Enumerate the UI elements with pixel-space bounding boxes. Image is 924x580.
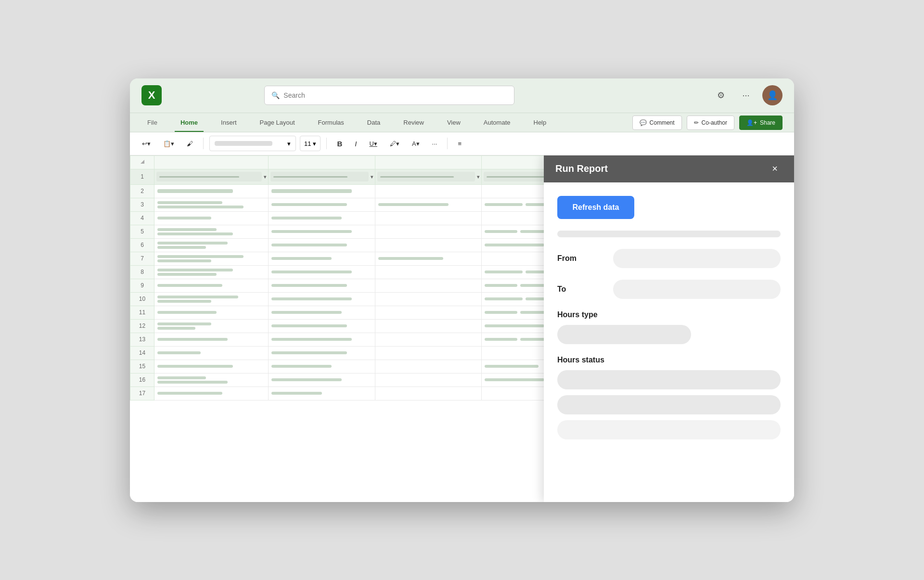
ribbon-tabs: File Home Insert Page Layout Formulas Da… [130,113,794,132]
from-label: From [557,254,605,263]
clipboard-button[interactable]: 📋▾ [159,136,179,151]
filter-arrow-c[interactable]: ▾ [477,174,479,180]
settings-button[interactable]: ⚙ [712,87,730,104]
toolbar: ↩▾ 📋▾ 🖌 ▾ 11 ▾ B I U▾ 🖊▾ A▾ ··· ≡ [130,132,794,155]
comment-icon: 💬 [640,119,647,126]
filter-pill-b [270,172,369,181]
tab-review[interactable]: Review [398,115,430,132]
font-name-selector[interactable]: ▾ [209,136,296,151]
font-color-button[interactable]: A▾ [408,136,424,151]
panel-close-button[interactable]: × [767,161,783,177]
panel-body: Refresh data From To Hours type [544,182,794,502]
separator-1 [203,138,204,149]
cell-3a[interactable] [154,198,269,211]
row-num-2: 2 [130,184,154,198]
cell-5b[interactable] [269,225,375,238]
row-num-4: 4 [130,211,154,225]
tab-help[interactable]: Help [528,115,552,132]
cell-3b[interactable] [269,198,375,211]
filter-pill-c [377,172,475,181]
filter-a[interactable]: ▾ [154,169,269,184]
filter-b[interactable]: ▾ [269,169,375,184]
refresh-data-button[interactable]: Refresh data [557,196,634,219]
separator-2 [326,138,327,149]
app-window: X 🔍 ⚙ ··· 👤 File Home Insert Page Layout… [130,78,794,502]
cell-5a[interactable] [154,225,269,238]
cell-2c[interactable] [375,184,482,198]
filter-arrow-b[interactable]: ▾ [371,174,373,180]
cell-4b[interactable] [269,211,375,225]
highlight-button[interactable]: 🖊▾ [385,136,404,151]
edit-icon: ✏ [694,119,699,126]
cell-3c[interactable] [375,198,482,211]
tab-insert[interactable]: Insert [215,115,243,132]
spreadsheet-container: 1 ▾ [130,155,794,502]
share-icon: 👤+ [746,119,757,126]
hours-status-option-2[interactable] [557,395,781,414]
more-icon: ··· [742,90,749,101]
co-author-button[interactable]: ✏ Co-author [687,116,734,130]
cell-2a[interactable] [154,184,269,198]
cell-4c[interactable] [375,211,482,225]
tab-view[interactable]: View [441,115,466,132]
italic-button[interactable]: I [350,136,361,151]
search-input[interactable] [283,91,507,99]
hours-status-section: Hours status [557,356,781,439]
tab-data[interactable]: Data [361,115,386,132]
hours-status-option-1[interactable] [557,370,781,389]
tab-page-layout[interactable]: Page Layout [254,115,301,132]
avatar[interactable]: 👤 [762,85,783,105]
separator-3 [447,138,448,149]
ribbon-actions: 💬 Comment ✏ Co-author 👤+ Share [632,116,783,132]
from-field[interactable] [613,249,781,268]
from-row: From [557,249,781,268]
col-header-b[interactable] [269,155,375,169]
list-button[interactable]: ≡ [453,136,466,151]
run-report-panel: Run Report × Refresh data From To [544,155,794,502]
hours-type-section: Hours type [557,310,781,344]
filter-arrow-a[interactable]: ▾ [264,174,266,180]
hours-type-field[interactable] [557,325,691,344]
underline-button[interactable]: U▾ [365,136,381,151]
comment-button[interactable]: 💬 Comment [632,116,682,130]
col-header-c[interactable] [375,155,482,169]
panel-title: Run Report [555,163,608,174]
bold-button[interactable]: B [333,136,346,151]
tab-automate[interactable]: Automate [478,115,516,132]
filter-pill-a [156,172,262,181]
skeleton-top-bar [557,231,781,237]
undo-button[interactable]: ↩▾ [138,136,155,151]
tab-formulas[interactable]: Formulas [312,115,350,132]
to-row: To [557,280,781,299]
more-options-button[interactable]: ··· [737,87,755,104]
cell-2b[interactable] [269,184,375,198]
col-header-a[interactable] [154,155,269,169]
top-bar-right: ⚙ ··· 👤 [712,85,783,105]
row-num-5: 5 [130,225,154,238]
excel-logo: X [141,85,162,105]
filter-corner: 1 [130,169,154,184]
row-num-3: 3 [130,198,154,211]
filter-c[interactable]: ▾ [375,169,482,184]
hours-type-label: Hours type [557,310,781,319]
format-painter-button[interactable]: 🖌 [182,136,197,151]
search-bar[interactable]: 🔍 [264,86,514,105]
corner-cell [130,155,154,169]
settings-icon: ⚙ [717,90,725,101]
search-icon: 🔍 [271,91,280,99]
svg-marker-0 [141,160,144,164]
more-toolbar-button[interactable]: ··· [428,136,442,151]
font-size-selector[interactable]: 11 ▾ [300,136,321,151]
hours-status-label: Hours status [557,356,781,364]
to-label: To [557,285,605,294]
cell-5c[interactable] [375,225,482,238]
tab-file[interactable]: File [141,115,163,132]
tab-home[interactable]: Home [175,115,204,132]
panel-header: Run Report × [544,155,794,182]
cell-4a[interactable] [154,211,269,225]
hours-status-option-3[interactable] [557,420,781,439]
to-field[interactable] [613,280,781,299]
share-button[interactable]: 👤+ Share [739,116,783,130]
top-bar: X 🔍 ⚙ ··· 👤 [130,78,794,113]
